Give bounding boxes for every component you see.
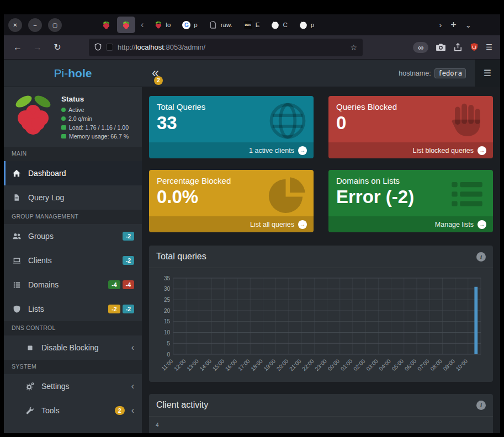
status-block: Status Active 2.0 q/min Load: 1.76 / 1.1… [61, 94, 129, 141]
sidebar-item-disable-blocking[interactable]: Disable Blocking ‹ [4, 335, 142, 360]
clients-badge: -2 [123, 256, 134, 265]
card-footer-link[interactable]: 1 active clients → [149, 142, 314, 158]
sidebar-item-groups[interactable]: Groups -2 [4, 224, 142, 248]
svg-text:04:00: 04:00 [378, 358, 392, 372]
card-footer-label: List blocked queries [413, 147, 474, 154]
sidebar-item-label: Disable Blocking [41, 343, 99, 352]
svg-text:13:00: 13:00 [185, 358, 200, 372]
sidebar-item-lists[interactable]: Lists -2 -2 [4, 297, 142, 321]
github-icon [299, 21, 307, 29]
tab-pihole-pinned-2-active[interactable] [117, 17, 135, 33]
status-load-label: Load: 1.76 / 1.16 / 1.00 [69, 123, 129, 132]
card-queries-blocked: Queries Blocked 0 List blocked queries → [328, 96, 493, 158]
svg-text:15: 15 [164, 318, 171, 324]
tab-actions: › + ⌄ [439, 19, 471, 31]
browser-titlebar: ✕ – ▢ ‹ [4, 14, 500, 35]
back-button[interactable]: ← [9, 39, 26, 56]
sidebar-item-label: Dashboard [28, 169, 66, 178]
url-text: http://localhost:8053/admin/ [118, 43, 346, 51]
infinity-icon[interactable]: ∞ [413, 42, 428, 53]
svg-text:05:00: 05:00 [391, 358, 405, 372]
share-icon[interactable] [453, 42, 463, 52]
sidebar-item-domains[interactable]: Domains -4 -4 [4, 273, 142, 297]
bookmark-star-icon[interactable]: ☆ [350, 43, 357, 52]
svg-text:02:00: 02:00 [352, 358, 367, 372]
status-title: Status [61, 95, 129, 103]
github-icon [271, 21, 279, 29]
tracking-protection-shield-icon[interactable] [94, 43, 102, 51]
browser-toolbar: ← → ↻ http://localhost:8053/admin/ ☆ ∞ [4, 35, 500, 60]
svg-text:20:00: 20:00 [275, 358, 290, 372]
list-tabs-icon[interactable]: ⌄ [465, 21, 471, 29]
stat-cards: Total Queries 33 1 active clients → [149, 96, 493, 232]
tab-github-2[interactable]: p [294, 17, 319, 33]
arrow-right-circle-icon: → [478, 146, 486, 155]
window-minimize-button[interactable]: – [28, 18, 42, 32]
new-tab-button[interactable]: + [450, 19, 457, 31]
tab-pihole-pinned-1[interactable] [97, 17, 115, 33]
pihole-brand[interactable]: Pi-hole [4, 67, 142, 80]
info-icon[interactable]: i [476, 401, 486, 410]
panel-header: Total queries i [149, 246, 493, 268]
page-body: Status Active 2.0 q/min Load: 1.76 / 1.1… [4, 87, 500, 433]
lists-info-badge: -2 [123, 305, 134, 313]
url-bar[interactable]: http://localhost:8053/admin/ ☆ [89, 39, 363, 56]
file-icon [12, 193, 22, 202]
svg-text:5: 5 [167, 340, 170, 347]
sidebar-item-label: Groups [28, 232, 54, 241]
info-icon[interactable]: i [476, 252, 486, 262]
total-queries-chart: 0510152025303511:0012:0013:0014:0015:001… [149, 268, 493, 382]
svg-text:01:00: 01:00 [339, 358, 354, 372]
card-footer-link[interactable]: List blocked queries → [328, 142, 493, 158]
sidebar-item-settings[interactable]: Settings ‹ [4, 374, 142, 398]
header-menu-icon[interactable]: ☰ [475, 60, 500, 87]
status-rate-label: 2.0 q/min [68, 114, 92, 123]
tab-pihole-3[interactable]: lo [149, 17, 176, 33]
tab-label: p [194, 22, 197, 28]
ublock-origin-icon[interactable] [470, 42, 479, 52]
svg-text:21:00: 21:00 [288, 358, 303, 372]
hostname-display: hostname:fedora [399, 68, 466, 78]
forward-button[interactable]: → [29, 39, 46, 56]
window-close-button[interactable]: ✕ [8, 18, 22, 32]
sidebar-collapse-button[interactable]: « 2 [150, 67, 161, 79]
tab-google[interactable]: G p [177, 17, 202, 33]
reload-button[interactable]: ↻ [49, 39, 66, 56]
chevron-left-icon: ‹ [131, 382, 134, 391]
screenshot-camera-icon[interactable] [436, 43, 446, 51]
arrow-right-circle-icon: → [478, 220, 486, 229]
svg-text:10: 10 [164, 329, 171, 335]
update-count-badge: 2 [154, 76, 163, 85]
tab-scroll-left-icon[interactable]: ‹ [137, 20, 147, 30]
sidebar-item-dashboard[interactable]: Dashboard [4, 161, 142, 185]
dashboard-content: Total Queries 33 1 active clients → [142, 87, 500, 433]
status-rate-icon [61, 116, 66, 121]
tab-scroll-right-icon[interactable]: › [439, 21, 442, 29]
list-icon [12, 281, 22, 289]
svg-text:03:00: 03:00 [365, 358, 379, 372]
tab-label: C [283, 22, 287, 28]
tab-dou[interactable]: DOU E [239, 17, 265, 33]
sidebar-item-query-log[interactable]: Query Log [4, 185, 142, 210]
svg-text:25: 25 [164, 297, 171, 303]
memory-icon [61, 134, 66, 138]
lists-warn-badge: -2 [108, 305, 120, 313]
svg-text:22:00: 22:00 [301, 358, 315, 372]
sidebar-item-clients[interactable]: Clients -2 [4, 248, 142, 273]
hostname-label: hostname: [399, 70, 431, 77]
header-right: hostname:fedora ☰ [399, 60, 500, 87]
total-queries-panel: Total queries i 0510152025303511:0012:00… [149, 246, 493, 382]
shield-icon [12, 305, 22, 313]
browser-menu-icon[interactable]: ☰ [486, 43, 492, 51]
tab-raw[interactable]: raw. [204, 17, 237, 33]
site-security-icon[interactable] [106, 44, 113, 51]
tab-label: raw. [221, 22, 232, 28]
svg-text:12:00: 12:00 [173, 358, 187, 372]
card-footer-link[interactable]: Manage lists → [328, 216, 493, 232]
chart-pie-icon [267, 174, 308, 215]
window-maximize-button[interactable]: ▢ [48, 18, 62, 32]
svg-text:08:00: 08:00 [429, 358, 443, 372]
card-footer-link[interactable]: List all queries → [149, 216, 314, 232]
tab-github-1[interactable]: C [266, 17, 292, 33]
sidebar-item-tools[interactable]: Tools 2 ‹ [4, 398, 142, 423]
